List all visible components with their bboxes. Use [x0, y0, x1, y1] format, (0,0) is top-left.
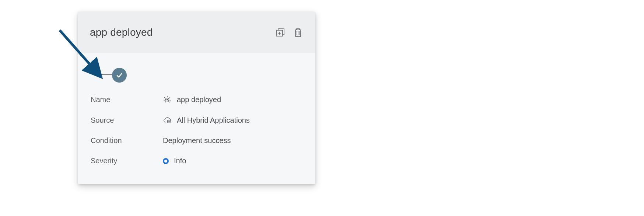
svg-rect-15	[168, 120, 171, 123]
cloud-icon	[163, 116, 172, 125]
row-condition: Condition Deployment success	[91, 130, 303, 151]
alert-icon	[163, 95, 172, 104]
delete-button[interactable]	[293, 27, 304, 38]
severity-value-wrap: Info	[163, 157, 186, 165]
row-source: Source All Hybrid Applications	[91, 110, 303, 130]
header-actions	[275, 27, 304, 38]
card-body: Name app deployed	[78, 53, 315, 178]
name-label: Name	[91, 95, 163, 104]
card-title: app deployed	[90, 27, 153, 38]
row-name: Name app deployed	[91, 89, 303, 110]
status-row	[91, 69, 303, 81]
status-enabled-toggle[interactable]	[112, 68, 127, 83]
source-value-wrap: All Hybrid Applications	[163, 116, 250, 125]
duplicate-button[interactable]	[275, 27, 286, 38]
svg-line-14	[169, 101, 169, 102]
svg-point-7	[167, 99, 168, 100]
condition-value: Deployment success	[163, 136, 231, 145]
trash-icon	[293, 27, 303, 38]
row-severity: Severity Info	[91, 151, 303, 171]
source-label: Source	[91, 116, 163, 125]
svg-line-13	[165, 101, 166, 102]
name-value: app deployed	[177, 95, 221, 104]
severity-value: Info	[174, 157, 186, 165]
source-value: All Hybrid Applications	[177, 116, 250, 125]
condition-label: Condition	[91, 136, 163, 145]
svg-line-10	[169, 98, 170, 98]
svg-line-9	[165, 98, 165, 98]
name-value-wrap: app deployed	[163, 95, 221, 104]
alert-card: app deployed	[78, 12, 315, 184]
check-icon	[116, 72, 123, 79]
severity-label: Severity	[91, 157, 163, 165]
card-header: app deployed	[78, 12, 315, 53]
duplicate-icon	[276, 28, 285, 37]
condition-value-wrap: Deployment success	[163, 136, 231, 145]
severity-info-icon	[163, 158, 169, 164]
status-line	[97, 74, 113, 75]
